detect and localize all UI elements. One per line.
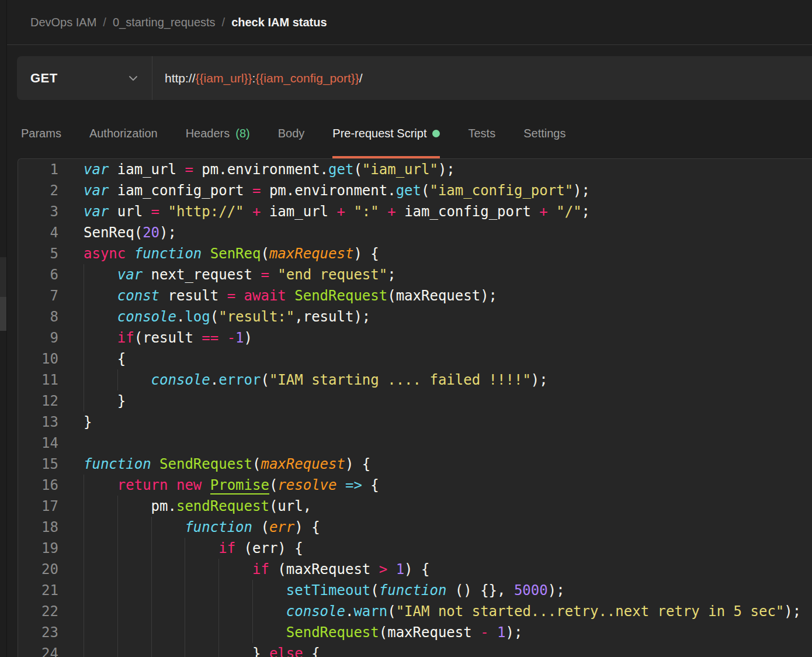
indent-guide (117, 601, 118, 622)
indent-guide (185, 580, 185, 601)
code-line-content: console.warn("IAM not started...retry..n… (84, 601, 812, 622)
indent-guide (84, 306, 84, 327)
code-line-content: var next_request = "end request"; (84, 264, 812, 285)
code-line: 16 return new Promise(resolve => { (18, 475, 812, 496)
code-line: 19 if (err) { (18, 538, 812, 559)
url-variable: {{iam_url}} (196, 71, 252, 85)
breadcrumb-item[interactable]: DevOps IAM (30, 16, 96, 29)
line-number: 19 (18, 538, 58, 559)
method-label: GET (30, 71, 58, 86)
code-line-content: } (84, 412, 812, 433)
request-tabs: ParamsAuthorizationHeaders(8)BodyPre-req… (21, 100, 812, 158)
indent-guide (185, 622, 185, 643)
indent-guide (117, 496, 118, 517)
tab-label: Params (21, 127, 61, 140)
breadcrumb-item[interactable]: 0_starting_requests (113, 16, 216, 29)
indent-guide (218, 643, 219, 657)
indent-guide (117, 538, 118, 559)
indent-guide (84, 601, 84, 622)
indent-guide (252, 580, 253, 601)
indent-guide (117, 643, 118, 657)
code-line: 13} (18, 412, 812, 433)
code-line-content: console.log("result:",result); (84, 306, 812, 327)
tab-label: Body (278, 127, 305, 140)
request-method-select[interactable]: GET (17, 56, 152, 100)
line-number: 7 (18, 285, 58, 306)
indent-guide (117, 622, 118, 643)
line-number: 11 (18, 369, 58, 390)
tab-label: Settings (523, 127, 565, 140)
indent-guide (84, 538, 84, 559)
indent-guide (185, 643, 185, 657)
code-line: 20 if (maxRequest > 1) { (18, 559, 812, 580)
line-number: 16 (18, 475, 58, 496)
breadcrumb-separator: / (222, 16, 225, 29)
line-number: 10 (18, 348, 58, 369)
indent-guide (84, 327, 84, 348)
line-number: 17 (18, 496, 58, 517)
indent-guide (84, 517, 84, 538)
indent-guide (84, 264, 84, 285)
indent-guide (151, 559, 152, 580)
code-line: 5async function SenReq(maxRequest) { (18, 243, 812, 264)
url-input[interactable]: http://{{iam_url}}:{{iam_config_port}}/ (152, 56, 812, 100)
line-number: 1 (18, 159, 58, 180)
code-line: 7 const result = await SendRequest(maxRe… (18, 285, 812, 306)
indent-guide (84, 348, 84, 369)
code-line-content: { (84, 348, 812, 369)
code-line: 14 (18, 433, 812, 454)
indent-guide (117, 580, 118, 601)
tab-label: Tests (468, 127, 495, 140)
tab-label: Headers (186, 127, 230, 140)
breadcrumb-current: check IAM status (231, 16, 327, 29)
sidebar-resize-handle[interactable] (0, 297, 6, 331)
line-number: 18 (18, 517, 58, 538)
request-pane: DevOps IAM/0_starting_requests/check IAM… (7, 0, 812, 657)
indent-guide (185, 601, 185, 622)
code-line-content: function SendRequest(maxRequest) { (84, 454, 812, 475)
code-line-content: var iam_url = pm.environment.get("iam_ur… (84, 159, 812, 180)
indent-guide (84, 580, 84, 601)
tab-pre-request-script[interactable]: Pre-request Script (332, 100, 440, 158)
line-number: 20 (18, 559, 58, 580)
tab-settings[interactable]: Settings (523, 100, 565, 158)
indent-guide (84, 390, 84, 412)
code-line-content: if(result == -1) (84, 327, 812, 348)
code-line: 15function SendRequest(maxRequest) { (18, 454, 812, 475)
code-line: 18 function (err) { (18, 517, 812, 538)
indent-guide (84, 643, 84, 657)
code-line-content: function (err) { (84, 517, 812, 538)
code-line: 2var iam_config_port = pm.environment.ge… (18, 180, 812, 201)
tab-headers[interactable]: Headers(8) (186, 100, 250, 158)
code-line-content: pm.sendRequest(url, (84, 496, 812, 517)
tab-params[interactable]: Params (21, 100, 61, 158)
indent-guide (84, 622, 84, 643)
indent-guide (84, 475, 84, 496)
code-line-content: var iam_config_port = pm.environment.get… (84, 180, 812, 201)
line-number: 14 (18, 433, 58, 454)
code-editor[interactable]: 1var iam_url = pm.environment.get("iam_u… (18, 158, 812, 657)
code-line: 17 pm.sendRequest(url, (18, 496, 812, 517)
code-line: 22 console.warn("IAM not started...retry… (18, 601, 812, 622)
code-line-content: const result = await SendRequest(maxRequ… (84, 285, 812, 306)
code-line-content: } else { (84, 643, 812, 657)
breadcrumb-separator: / (103, 16, 106, 29)
indent-guide (151, 580, 152, 601)
breadcrumb: DevOps IAM/0_starting_requests/check IAM… (30, 16, 327, 29)
tab-body[interactable]: Body (278, 100, 305, 158)
indent-guide (117, 559, 118, 580)
line-number: 6 (18, 264, 58, 285)
tab-tests[interactable]: Tests (468, 100, 495, 158)
code-line: 12 } (18, 390, 812, 412)
indent-guide (84, 285, 84, 306)
collapsed-sidebar-rail (0, 0, 7, 657)
indent-guide (117, 369, 118, 390)
indent-guide (117, 517, 118, 538)
indent-guide (252, 601, 253, 622)
line-number: 12 (18, 390, 58, 412)
code-line-content (84, 433, 812, 454)
code-line-content: if (maxRequest > 1) { (84, 559, 812, 580)
tab-label: Authorization (89, 127, 158, 140)
line-number: 2 (18, 180, 58, 201)
tab-authorization[interactable]: Authorization (89, 100, 158, 158)
